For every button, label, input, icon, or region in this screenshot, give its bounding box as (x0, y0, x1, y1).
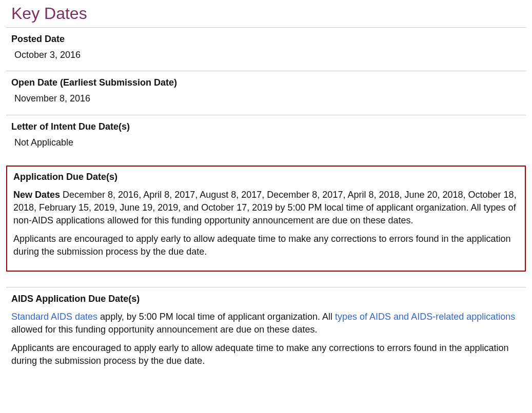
new-dates-text: December 8, 2016, April 8, 2017, August … (13, 190, 517, 225)
loi-section: Letter of Intent Due Date(s) Not Applica… (6, 115, 526, 158)
aids-due-date-text: Standard AIDS dates apply, by 5:00 PM lo… (11, 311, 521, 336)
page-title: Key Dates (6, 0, 526, 25)
application-due-date-early-apply-note: Applicants are encouraged to apply early… (13, 233, 519, 258)
aids-due-date-section: AIDS Application Due Date(s) Standard AI… (6, 287, 526, 377)
posted-date-section: Posted Date October 3, 2016 (6, 28, 526, 71)
loi-label: Letter of Intent Due Date(s) (11, 120, 521, 133)
open-date-section: Open Date (Earliest Submission Date) Nov… (6, 71, 526, 114)
aids-due-date-early-apply-note: Applicants are encouraged to apply early… (11, 342, 521, 367)
aids-due-date-label: AIDS Application Due Date(s) (11, 293, 521, 305)
new-dates-prefix: New Dates (13, 190, 60, 200)
posted-date-label: Posted Date (11, 33, 521, 46)
open-date-label: Open Date (Earliest Submission Date) (11, 76, 521, 89)
open-date-value: November 8, 2016 (14, 92, 521, 105)
application-due-date-label: Application Due Date(s) (13, 171, 519, 183)
aids-types-link[interactable]: types of AIDS and AIDS-related applicati… (335, 312, 515, 322)
loi-value: Not Applicable (14, 136, 521, 149)
posted-date-value: October 3, 2016 (14, 49, 521, 61)
application-due-date-new-dates: New Dates December 8, 2016, April 8, 201… (13, 189, 519, 228)
key-dates-page: Key Dates Posted Date October 3, 2016 Op… (0, 0, 532, 392)
aids-due-date-mid2: allowed for this funding opportunity ann… (11, 324, 317, 335)
application-due-date-box: Application Due Date(s) New Dates Decemb… (6, 166, 526, 272)
standard-aids-dates-link[interactable]: Standard AIDS dates (11, 312, 97, 322)
aids-due-date-mid1: apply, by 5:00 PM local time of applican… (97, 312, 335, 322)
